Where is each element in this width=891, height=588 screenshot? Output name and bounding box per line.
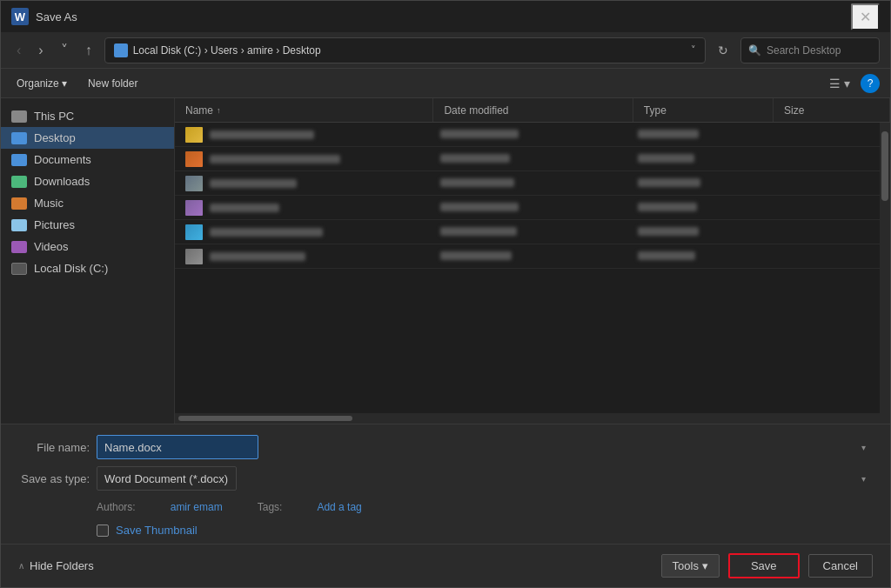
file-thumb bbox=[185, 224, 203, 240]
column-name-label: Name bbox=[185, 104, 213, 117]
search-icon: 🔍 bbox=[748, 44, 761, 57]
sidebar-label-videos: Videos bbox=[34, 240, 69, 253]
view-arrow: ▾ bbox=[844, 77, 850, 90]
table-row[interactable] bbox=[175, 244, 880, 269]
address-dropdown-arrow[interactable]: ˅ bbox=[691, 44, 696, 56]
file-name-cell bbox=[175, 245, 430, 268]
sidebar-item-localdisk[interactable]: Local Disk (C:) bbox=[1, 257, 174, 279]
back-button[interactable]: ‹ bbox=[11, 39, 26, 62]
localdisk-icon bbox=[11, 263, 27, 275]
file-list-header: Name ↑ Date modified Type Size bbox=[175, 98, 890, 123]
sidebar-item-videos[interactable]: Videos bbox=[1, 236, 174, 257]
file-name-cell bbox=[175, 197, 430, 219]
authors-value[interactable]: amir emam bbox=[171, 501, 223, 513]
file-name-input[interactable] bbox=[97, 435, 258, 459]
save-type-select[interactable]: Word Document (*.docx) bbox=[97, 466, 237, 491]
title-bar-left: W Save As bbox=[11, 8, 77, 25]
date-text bbox=[440, 203, 519, 211]
type-text bbox=[638, 251, 695, 260]
file-type-cell bbox=[627, 247, 766, 266]
music-icon bbox=[11, 197, 27, 210]
filename-dropdown-arrow: ▾ bbox=[861, 443, 866, 452]
file-name-text bbox=[210, 204, 279, 212]
table-row[interactable] bbox=[175, 220, 880, 244]
folder-icon bbox=[114, 43, 128, 57]
sidebar-label-pictures: Pictures bbox=[34, 218, 75, 231]
videos-icon bbox=[11, 241, 27, 253]
date-text bbox=[440, 130, 519, 138]
file-date-cell bbox=[430, 125, 626, 144]
sidebar-item-downloads[interactable]: Downloads bbox=[1, 170, 174, 192]
sidebar-item-documents[interactable]: Documents bbox=[1, 149, 174, 170]
cancel-button[interactable]: Cancel bbox=[808, 554, 873, 578]
column-name[interactable]: Name ↑ bbox=[175, 98, 433, 122]
forward-button[interactable]: › bbox=[33, 39, 48, 62]
file-date-cell bbox=[430, 198, 626, 217]
date-text bbox=[440, 251, 512, 260]
file-type-cell bbox=[627, 174, 766, 193]
hide-folders-button[interactable]: ∧ Hide Folders bbox=[18, 559, 94, 572]
column-type[interactable]: Type bbox=[633, 98, 774, 122]
file-date-cell bbox=[430, 247, 626, 266]
file-date-cell bbox=[430, 150, 626, 169]
sidebar-item-music[interactable]: Music bbox=[1, 192, 174, 214]
sidebar: This PC Desktop Documents Downloads Musi… bbox=[1, 98, 175, 424]
table-row[interactable] bbox=[175, 196, 880, 220]
close-button[interactable]: ✕ bbox=[851, 3, 880, 30]
search-box[interactable]: 🔍 Search Desktop bbox=[740, 37, 880, 63]
save-type-label: Save as type: bbox=[18, 472, 97, 485]
file-type-cell bbox=[627, 198, 766, 217]
form-area: File name: ▾ Save as type: Word Document… bbox=[1, 424, 890, 544]
type-text bbox=[638, 154, 694, 163]
column-size[interactable]: Size bbox=[774, 98, 890, 122]
footer: ∧ Hide Folders Tools ▾ Save Cancel bbox=[1, 544, 890, 587]
sidebar-item-thispc[interactable]: This PC bbox=[1, 105, 174, 127]
view-button[interactable]: ☰ ▾ bbox=[829, 77, 850, 90]
dialog-title: Save As bbox=[36, 10, 77, 23]
table-row[interactable] bbox=[175, 147, 880, 171]
type-text bbox=[638, 178, 700, 187]
word-icon: W bbox=[11, 8, 29, 25]
sidebar-item-desktop[interactable]: Desktop bbox=[1, 127, 174, 149]
table-row[interactable] bbox=[175, 123, 880, 147]
save-button[interactable]: Save bbox=[728, 553, 800, 578]
hide-folders-arrow: ∧ bbox=[18, 561, 24, 571]
organize-button[interactable]: Organize ▾ bbox=[11, 75, 72, 92]
search-placeholder: Search Desktop bbox=[767, 44, 841, 57]
file-thumb bbox=[185, 249, 203, 264]
date-text bbox=[440, 178, 514, 187]
sidebar-item-pictures[interactable]: Pictures bbox=[1, 214, 174, 236]
thumbnail-row: Save Thumbnail bbox=[18, 517, 873, 544]
sidebar-label-downloads: Downloads bbox=[34, 175, 90, 188]
file-thumb bbox=[185, 127, 203, 143]
tools-button[interactable]: Tools ▾ bbox=[661, 554, 720, 578]
up-button[interactable]: ↑ bbox=[80, 39, 97, 62]
file-name-text bbox=[210, 228, 323, 237]
pictures-icon bbox=[11, 219, 27, 231]
file-name-text bbox=[210, 179, 297, 188]
file-name-cell bbox=[175, 124, 430, 146]
file-thumb bbox=[185, 200, 203, 216]
file-name-text bbox=[210, 155, 340, 164]
vertical-scrollbar[interactable] bbox=[880, 123, 890, 413]
file-name-wrap: ▾ bbox=[97, 435, 873, 459]
new-folder-button[interactable]: New folder bbox=[83, 75, 143, 92]
horizontal-scrollbar[interactable] bbox=[175, 413, 890, 424]
dropdown-button[interactable]: ˅ bbox=[56, 38, 73, 62]
tags-value[interactable]: Add a tag bbox=[317, 501, 361, 513]
sidebar-label-thispc: This PC bbox=[34, 110, 74, 123]
refresh-button[interactable]: ↻ bbox=[713, 40, 734, 61]
table-row[interactable] bbox=[175, 171, 880, 196]
sidebar-label-documents: Documents bbox=[34, 153, 91, 166]
address-bar[interactable]: Local Disk (C:) › Users › amire › Deskto… bbox=[104, 37, 706, 63]
thumbnail-label: Save Thumbnail bbox=[116, 524, 198, 537]
file-type-cell bbox=[627, 150, 766, 169]
footer-buttons: Tools ▾ Save Cancel bbox=[661, 553, 873, 578]
scrollbar-thumb bbox=[881, 131, 888, 201]
thumbnail-checkbox[interactable] bbox=[97, 525, 109, 537]
meta-row: Authors: amir emam Tags: Add a tag bbox=[18, 498, 873, 517]
help-button[interactable]: ? bbox=[861, 74, 880, 93]
organize-arrow: ▾ bbox=[62, 77, 67, 90]
column-date[interactable]: Date modified bbox=[433, 98, 633, 122]
computer-icon bbox=[11, 110, 27, 123]
